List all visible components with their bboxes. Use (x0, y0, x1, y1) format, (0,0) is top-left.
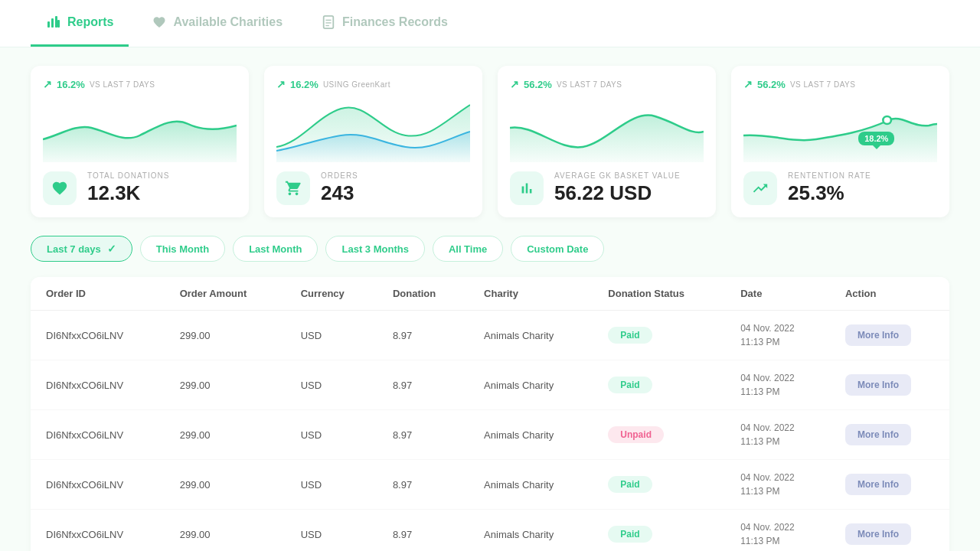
filter-btn-thismonth[interactable]: This Month (140, 236, 225, 262)
cell-action: More Info (830, 311, 949, 360)
cell-status: Unpaid (593, 410, 725, 460)
nav: Reports Available Charities Finances Rec… (31, 0, 463, 47)
arrow-up-icon-2: ↗ (276, 78, 286, 90)
cell-date: 04 Nov. 202211:13 PM (725, 510, 830, 552)
cell-donation: 8.97 (377, 510, 469, 552)
stat-card-orders: ↗ 16.2% USING GreenKart (264, 66, 482, 217)
svg-point-8 (883, 116, 891, 124)
nav-item-finances[interactable]: Finances Records (305, 0, 463, 47)
main-content: ↗ 16.2% VS LAST 7 DAYS (0, 47, 980, 551)
stat-icon-donations (43, 171, 77, 205)
cell-donation: 8.97 (377, 360, 469, 410)
cell-donation: 8.97 (377, 410, 469, 460)
cell-charity: Animals Charity (469, 360, 593, 410)
arrow-up-icon-3: ↗ (510, 78, 519, 90)
cell-date: 04 Nov. 202211:13 PM (725, 410, 830, 460)
stat-card-retention: ↗ 56.2% VS LAST 7 DAYS (731, 66, 949, 217)
cell-date: 04 Nov. 202211:13 PM (725, 460, 830, 510)
col-donation: Donation (377, 277, 469, 311)
filter-btn-last7[interactable]: Last 7 days ✓ (31, 236, 132, 262)
cell-charity: Animals Charity (469, 410, 593, 460)
cell-status: Paid (593, 311, 725, 360)
heart-icon (152, 15, 167, 30)
svg-rect-4 (324, 16, 334, 28)
stat-value-donations: 12.3K (87, 181, 169, 205)
cell-donation: 8.97 (377, 311, 469, 360)
cell-charity: Animals Charity (469, 311, 593, 360)
table-row: DI6NfxxCO6iLNV 299.00 USD 8.97 Animals C… (31, 311, 949, 360)
cell-date: 04 Nov. 202211:13 PM (725, 360, 830, 410)
more-info-button[interactable]: More Info (845, 374, 911, 396)
table-row: DI6NfxxCO6iLNV 299.00 USD 8.97 Animals C… (31, 360, 949, 410)
cell-order-id: DI6NfxxCO6iLNV (31, 360, 165, 410)
stat-icon-basket (510, 171, 544, 205)
cell-currency: USD (286, 510, 377, 552)
cell-amount: 299.00 (165, 360, 286, 410)
table-row: DI6NfxxCO6iLNV 299.00 USD 8.97 Animals C… (31, 410, 949, 460)
col-action: Action (830, 277, 949, 311)
stat-sub-retention: VS LAST 7 DAYS (790, 80, 856, 89)
col-order-id: Order ID (31, 277, 165, 311)
stat-sub-orders: USING GreenKart (323, 80, 390, 89)
stat-value-orders: 243 (321, 181, 358, 205)
table-row: DI6NfxxCO6iLNV 299.00 USD 8.97 Animals C… (31, 510, 949, 552)
col-date: Date (725, 277, 830, 311)
nav-item-reports[interactable]: Reports (31, 0, 129, 47)
stat-pct-donations: 16.2% (57, 79, 85, 90)
more-info-button[interactable]: More Info (845, 324, 911, 346)
chart-orders (276, 93, 470, 162)
chart-retention: 18.2% (743, 93, 937, 162)
status-badge: Paid (608, 476, 652, 493)
cell-amount: 299.00 (165, 311, 286, 360)
filter-label-lastmonth: Last Month (249, 243, 302, 255)
nav-label-reports: Reports (67, 15, 113, 29)
filter-label-last7: Last 7 days (47, 243, 101, 255)
cell-charity: Animals Charity (469, 510, 593, 552)
chart-basket (510, 93, 704, 162)
arrow-up-icon-4: ↗ (743, 78, 753, 90)
cell-order-id: DI6NfxxCO6iLNV (31, 410, 165, 460)
cell-currency: USD (286, 410, 377, 460)
more-info-button[interactable]: More Info (845, 523, 911, 545)
status-badge: Paid (608, 327, 652, 344)
table-header: Order ID Order Amount Currency Donation … (31, 277, 949, 311)
stat-label-basket: AVERAGE GK BASKET VALUE (554, 171, 681, 180)
filter-btn-customdate[interactable]: Custom Date (511, 236, 604, 262)
filter-btn-lastmonth[interactable]: Last Month (233, 236, 318, 262)
col-amount: Order Amount (165, 277, 286, 311)
filter-btn-alltime[interactable]: All Time (433, 236, 503, 262)
cell-amount: 299.00 (165, 410, 286, 460)
stat-value-retention: 25.3% (788, 181, 871, 205)
nav-item-charities[interactable]: Available Charities (136, 0, 298, 47)
more-info-button[interactable]: More Info (845, 474, 911, 495)
col-charity: Charity (469, 277, 593, 311)
status-badge: Paid (608, 526, 652, 543)
stat-pct-orders: 16.2% (290, 79, 318, 90)
filter-label-last3months: Last 3 Months (341, 243, 408, 255)
stat-card-basket: ↗ 56.2% VS LAST 7 DAYS (498, 66, 716, 217)
svg-rect-1 (51, 18, 54, 28)
svg-rect-2 (55, 16, 57, 28)
cell-status: Paid (593, 360, 725, 410)
orders-table: Order ID Order Amount Currency Donation … (31, 277, 949, 551)
arrow-up-icon: ↗ (43, 78, 52, 90)
stat-pct-retention: 56.2% (757, 79, 786, 90)
table-row: DI6NfxxCO6iLNV 299.00 USD 8.97 Animals C… (31, 460, 949, 510)
cell-charity: Animals Charity (469, 460, 593, 510)
stat-sub-basket: VS LAST 7 DAYS (557, 80, 622, 89)
more-info-button[interactable]: More Info (845, 424, 911, 445)
cell-date: 04 Nov. 202211:13 PM (725, 311, 830, 360)
cell-currency: USD (286, 360, 377, 410)
cell-action: More Info (830, 410, 949, 460)
filter-row: Last 7 days ✓ This Month Last Month Last… (31, 236, 949, 262)
header: Reports Available Charities Finances Rec… (0, 0, 980, 47)
check-icon: ✓ (107, 243, 116, 255)
svg-rect-0 (47, 21, 50, 28)
cell-status: Paid (593, 460, 725, 510)
cell-order-id: DI6NfxxCO6iLNV (31, 311, 165, 360)
cell-currency: USD (286, 460, 377, 510)
filter-btn-last3months[interactable]: Last 3 Months (325, 236, 424, 262)
stat-label-orders: ORDERS (321, 171, 358, 180)
cell-currency: USD (286, 311, 377, 360)
cell-amount: 299.00 (165, 460, 286, 510)
